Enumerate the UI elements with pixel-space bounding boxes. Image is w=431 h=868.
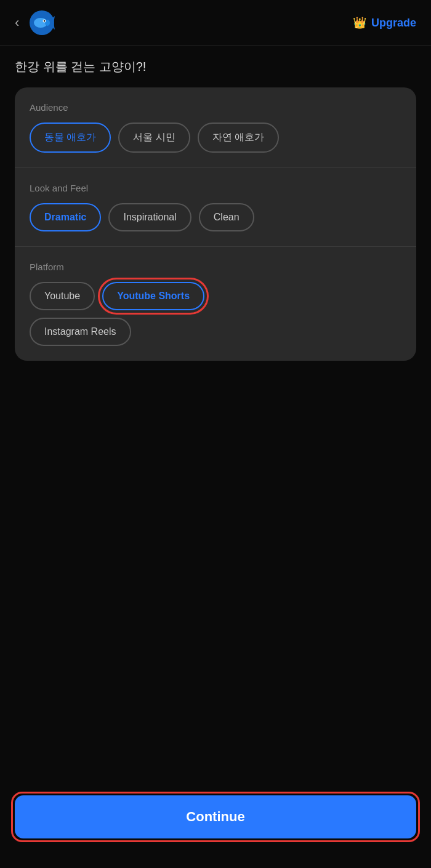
chip-instagram-reels[interactable]: Instagram Reels (30, 318, 131, 346)
svg-point-4 (44, 20, 45, 22)
platform-label: Platform (30, 262, 401, 272)
upgrade-label: Upgrade (371, 17, 416, 30)
chip-youtube-shorts[interactable]: Youtube Shorts (102, 282, 204, 310)
chip-seoul-citizens[interactable]: 서울 시민 (118, 123, 190, 153)
look-and-feel-label: Look and Feel (30, 183, 401, 193)
youtube-shorts-wrapper: Youtube Shorts (102, 282, 204, 310)
look-and-feel-section: Look and Feel Dramatic Inspirational Cle… (15, 167, 416, 246)
chip-inspirational[interactable]: Inspirational (108, 203, 191, 231)
chip-nature-lovers[interactable]: 자연 애호가 (198, 123, 279, 153)
crown-icon: 👑 (353, 16, 366, 30)
continue-button-wrapper: Continue (15, 795, 416, 838)
platform-section: Platform Youtube Youtube Shorts Instagra… (15, 246, 416, 361)
platform-chips: Youtube Youtube Shorts (30, 282, 401, 310)
page-title: 한강 위를 걷는 고양이?! (0, 46, 431, 87)
chip-clean[interactable]: Clean (199, 203, 254, 231)
chip-youtube[interactable]: Youtube (30, 282, 95, 310)
app-logo (29, 10, 55, 36)
header-left: ‹ (15, 10, 55, 36)
platform-chips-row2: Instagram Reels (30, 318, 401, 346)
continue-button[interactable]: Continue (15, 795, 416, 838)
spacer (0, 361, 431, 781)
settings-card: Audience 동물 애호가 서울 시민 자연 애호가 Look and Fe… (15, 87, 416, 361)
chip-animal-lovers[interactable]: 동물 애호가 (30, 123, 111, 153)
audience-chips: 동물 애호가 서울 시민 자연 애호가 (30, 123, 401, 153)
back-button[interactable]: ‹ (15, 15, 19, 31)
audience-section: Audience 동물 애호가 서울 시민 자연 애호가 (15, 87, 416, 167)
audience-label: Audience (30, 102, 401, 113)
look-chips: Dramatic Inspirational Clean (30, 203, 401, 231)
chip-dramatic[interactable]: Dramatic (30, 203, 101, 231)
continue-area: Continue (0, 781, 431, 868)
header: ‹ 👑 Upgrade (0, 0, 431, 46)
upgrade-button[interactable]: 👑 Upgrade (353, 16, 416, 30)
